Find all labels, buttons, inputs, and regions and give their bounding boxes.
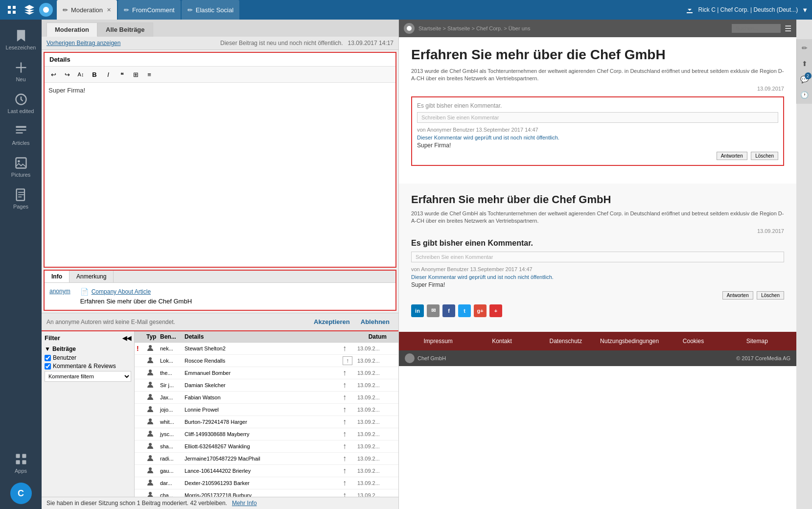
sidebar-item-pages[interactable]: Pages bbox=[0, 183, 42, 214]
mehr-info-link[interactable]: Mehr Info bbox=[232, 500, 257, 507]
social-googleplus[interactable]: g+ bbox=[474, 304, 487, 317]
action-buttons: Akzeptieren Ablehnen bbox=[310, 316, 394, 327]
tab-elastic-social[interactable]: ✏ Elastic Social bbox=[182, 0, 239, 20]
tab-anmerkung[interactable]: Anmerkung bbox=[70, 271, 114, 282]
table-row[interactable]: Jax...Fabian Watson ↑13.09.2... bbox=[135, 392, 398, 404]
svg-rect-20 bbox=[16, 460, 20, 464]
svg-point-29 bbox=[149, 431, 152, 434]
footer-kontakt[interactable]: Kontakt bbox=[472, 338, 531, 345]
row-type-icon bbox=[146, 466, 160, 475]
preview-menu-icon[interactable]: ☰ bbox=[785, 24, 791, 33]
kommentare-checkbox[interactable] bbox=[45, 363, 51, 370]
footer-cookies[interactable]: Cookies bbox=[664, 338, 722, 345]
tab-moderation[interactable]: ✏ Moderation ✕ bbox=[57, 0, 117, 20]
filter-title: Filter bbox=[45, 334, 60, 342]
comment-filter-select[interactable]: Kommentare filtern bbox=[45, 371, 131, 382]
cursor-tool-button[interactable]: ⬆ bbox=[798, 57, 812, 70]
benutzer-label: Benutzer bbox=[53, 354, 76, 361]
italic-button[interactable]: I bbox=[102, 69, 114, 80]
tab-alle-beitraege[interactable]: Alle Beiträge bbox=[97, 23, 153, 37]
sidebar-item-pictures[interactable]: Pictures bbox=[0, 151, 42, 183]
mod-tab-label: Alle Beiträge bbox=[106, 26, 144, 33]
article-link[interactable]: Company About Article bbox=[92, 288, 151, 295]
svg-rect-18 bbox=[16, 454, 20, 458]
table-row[interactable]: jysc...Cliff-1499308688 Mayberry ↑13.09.… bbox=[135, 428, 398, 440]
footer-sitemap[interactable]: Sitemap bbox=[728, 338, 787, 345]
table-row[interactable]: dar...Dexter-2105961293 Barker ↑13.09.2.… bbox=[135, 477, 398, 489]
social-buttons: in ✉ f t g+ + bbox=[411, 304, 784, 317]
table-row[interactable]: cha...Morris-2051732718 Burbury ↑13.09.2… bbox=[135, 489, 398, 497]
more-button[interactable]: ≡ bbox=[143, 69, 155, 80]
table-row[interactable]: whit...Burton-729241478 Harger ↑13.09.2.… bbox=[135, 416, 398, 428]
undo-button[interactable]: ↩ bbox=[47, 69, 59, 80]
table-row[interactable]: ! nek... Stewart Shelton2 ↑ 13.09.2... bbox=[135, 343, 398, 355]
sidebar-item-neu[interactable]: Neu bbox=[0, 55, 42, 87]
row-type-icon bbox=[146, 454, 160, 463]
sidebar-avatar[interactable]: C bbox=[10, 483, 32, 504]
prev-article-link[interactable]: Vorherigen Beitrag anzeigen bbox=[46, 40, 120, 46]
sidebar-item-lesezeichen[interactable]: Lesezeichen bbox=[0, 23, 42, 55]
download-icon[interactable] bbox=[685, 5, 695, 15]
font-size-button[interactable]: A↕ bbox=[75, 69, 87, 80]
tab-fromcomment[interactable]: ✏ FromComment bbox=[118, 0, 181, 20]
tab-close-icon[interactable]: ✕ bbox=[107, 7, 111, 13]
right-toolbar: ✏ ⬆ 💬 2 🕐 bbox=[796, 39, 812, 104]
article2-loeschen-btn[interactable]: Löschen bbox=[757, 291, 784, 300]
svg-rect-19 bbox=[22, 454, 26, 458]
footer-datenschutz[interactable]: Datenschutz bbox=[536, 338, 595, 345]
author-link[interactable]: anonym bbox=[49, 288, 70, 295]
write-comment-placeholder: Schreiben Sie einen Kommentar bbox=[417, 112, 778, 123]
table-row[interactable]: gau...Lance-1061444202 Brierley ↑13.09.2… bbox=[135, 465, 398, 477]
comment-antworten-btn[interactable]: Antworten bbox=[717, 152, 747, 160]
sidebar-item-last-edited[interactable]: Last edited bbox=[0, 87, 42, 119]
social-plus[interactable]: + bbox=[489, 304, 502, 317]
quote-button[interactable]: ❝ bbox=[116, 69, 128, 80]
table-row[interactable]: jojo...Lonnie Prowel ↑13.09.2... bbox=[135, 404, 398, 416]
comment-loeschen-btn[interactable]: Löschen bbox=[751, 152, 778, 160]
filter-collapse-icon[interactable]: ◀◀ bbox=[122, 335, 131, 342]
tab-info[interactable]: Info bbox=[45, 271, 70, 282]
tab-moderation-main[interactable]: Moderation bbox=[46, 23, 97, 37]
benutzer-checkbox[interactable] bbox=[45, 355, 51, 361]
filter-expand-icon[interactable]: ▼ bbox=[45, 346, 50, 352]
social-facebook[interactable]: f bbox=[442, 304, 455, 317]
filter-header: Filter ◀◀ bbox=[45, 334, 131, 342]
preview-search-input[interactable] bbox=[732, 24, 781, 33]
social-linkedin[interactable]: in bbox=[411, 304, 424, 317]
table-row[interactable]: sha...Elliott-632648267 Wankling ↑13.09.… bbox=[135, 440, 398, 453]
editor-content[interactable]: Super Firma! bbox=[45, 83, 395, 267]
up-button[interactable]: ↑ bbox=[343, 356, 352, 365]
svg-point-4 bbox=[43, 7, 49, 13]
social-twitter[interactable]: t bbox=[458, 304, 471, 317]
svg-rect-10 bbox=[16, 129, 26, 130]
table-row[interactable]: Sir j...Damian Skelcher ↑13.09.2... bbox=[135, 379, 398, 392]
article2-antworten-btn[interactable]: Antworten bbox=[722, 291, 753, 300]
comment-label: Es gibt bisher einen Kommentar. bbox=[417, 102, 778, 109]
table-button[interactable]: ⊞ bbox=[130, 69, 141, 80]
footer-nutzungsbedingungen[interactable]: Nutzungsbedingungen bbox=[600, 338, 659, 345]
footer-impressum[interactable]: Impressum bbox=[409, 338, 467, 345]
sidebar-item-apps[interactable]: Apps bbox=[0, 447, 42, 479]
article2-comment-text: Super Firma! bbox=[411, 281, 784, 288]
preview-footer-bottom: Chef GmbH © 2017 CoreMedia AG bbox=[399, 350, 796, 366]
history-tool-button[interactable]: 🕐 bbox=[798, 88, 812, 102]
reject-button[interactable]: Ablehnen bbox=[357, 316, 394, 327]
table-row[interactable]: radi...Jermaine1705487229 MacPhail ↑13.0… bbox=[135, 453, 398, 465]
table-row[interactable]: the...Emmanuel Bomber ↑13.09.2... bbox=[135, 367, 398, 379]
bold-button[interactable]: B bbox=[89, 69, 100, 80]
svg-rect-15 bbox=[18, 192, 24, 193]
sidebar-item-label: Apps bbox=[15, 468, 27, 474]
svg-point-28 bbox=[149, 418, 152, 421]
sidebar-item-articles[interactable]: Articles bbox=[0, 119, 42, 151]
grid-menu-button[interactable] bbox=[4, 2, 20, 18]
nav-dot-button[interactable] bbox=[39, 3, 53, 17]
comment-tool-button[interactable]: 💬 2 bbox=[798, 72, 812, 86]
social-email[interactable]: ✉ bbox=[427, 304, 440, 317]
dropdown-icon[interactable]: ▼ bbox=[802, 6, 808, 14]
edit-tool-button[interactable]: ✏ bbox=[798, 41, 812, 55]
filter-checkbox-kommentare: Kommentare & Reviews bbox=[45, 363, 131, 370]
table-row[interactable]: Lok... Roscoe Rendalls ↑ 13.09.2... bbox=[135, 355, 398, 367]
redo-button[interactable]: ↪ bbox=[61, 69, 73, 80]
sidebar-bottom: Apps C bbox=[0, 447, 42, 509]
accept-button[interactable]: Akzeptieren bbox=[310, 316, 354, 327]
